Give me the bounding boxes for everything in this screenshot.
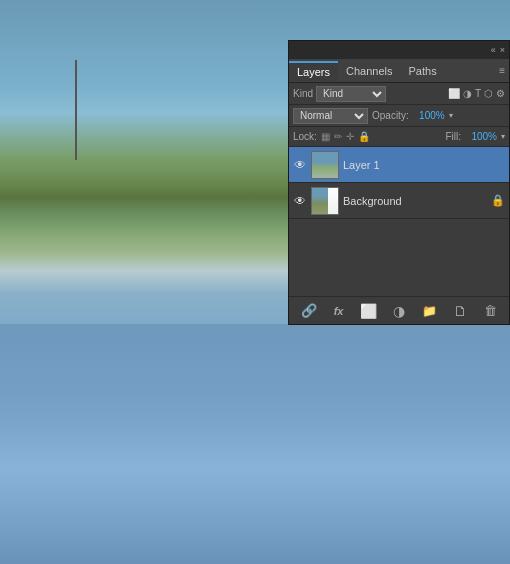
layer-name: Layer 1 [343,159,505,171]
add-mask-button[interactable]: ⬜ [357,301,380,321]
fill-value[interactable]: 100% [465,131,497,142]
opacity-value[interactable]: 100% [413,110,445,121]
blend-row: Normal Dissolve Multiply Screen Opacity:… [289,105,509,127]
filter-label: Kind [293,88,313,99]
layer-item[interactable]: 👁 Layer 1 [289,147,509,183]
opacity-arrow[interactable]: ▾ [449,111,453,120]
tab-layers[interactable]: Layers [289,61,338,81]
shape-filter-icon[interactable]: ⬡ [484,88,493,99]
layer-item[interactable]: 👁 Background 🔒 [289,183,509,219]
tab-channels[interactable]: Channels [338,62,400,80]
fill-label: Fill: [445,131,461,142]
collapse-icon[interactable]: « [491,45,496,55]
type-filter-icon[interactable]: T [475,88,481,99]
layer-lock-icon: 🔒 [491,194,505,207]
fill-arrow[interactable]: ▾ [501,132,505,141]
filter-row: Kind Kind ⬜ ◑ T ⬡ ⚙ [289,83,509,105]
group-layers-button[interactable]: 📁 [419,302,440,320]
tab-paths[interactable]: Paths [401,62,445,80]
panel-toolbar: 🔗 fx ⬜ ◑ 📁 🗋 🗑 [289,296,509,324]
opacity-label: Opacity: [372,110,409,121]
layer-name: Background [343,195,487,207]
filter-select[interactable]: Kind [316,86,386,102]
lock-position-icon[interactable]: ✛ [346,131,354,142]
smart-filter-icon[interactable]: ⚙ [496,88,505,99]
panel-menu-icon[interactable]: ≡ [499,65,505,76]
layers-list: 👁 Layer 1 👁 Background 🔒 [289,147,509,296]
blend-mode-select[interactable]: Normal Dissolve Multiply Screen [293,108,368,124]
adjustment-filter-icon[interactable]: ◑ [463,88,472,99]
new-layer-button[interactable]: 🗋 [450,301,470,321]
lock-pixels-icon[interactable]: ✏ [334,131,342,142]
add-style-button[interactable]: fx [331,303,347,319]
tabs-row: Layers Channels Paths ≡ [289,59,509,83]
layers-panel: « × Layers Channels Paths ≡ Kind Kind ⬜ … [288,40,510,325]
panel-topbar: « × [289,41,509,59]
link-layers-button[interactable]: 🔗 [298,301,320,320]
lock-all-icon[interactable]: 🔒 [358,131,370,142]
water-reflection [0,324,510,564]
panel-options-icon[interactable]: × [500,45,505,55]
layer-visibility-icon[interactable]: 👁 [293,158,307,172]
telephone-pole [75,60,77,160]
delete-layer-button[interactable]: 🗑 [481,301,500,320]
add-adjustment-button[interactable]: ◑ [390,301,408,321]
lock-row: Lock: ▦ ✏ ✛ 🔒 Fill: 100% ▾ [289,127,509,147]
lock-label: Lock: [293,131,317,142]
pixel-filter-icon[interactable]: ⬜ [448,88,460,99]
layer-thumbnail [311,187,339,215]
layer-visibility-icon[interactable]: 👁 [293,194,307,208]
lock-transparent-icon[interactable]: ▦ [321,131,330,142]
lock-icons: ▦ ✏ ✛ 🔒 [321,131,370,142]
layer-thumbnail [311,151,339,179]
filter-icons: ⬜ ◑ T ⬡ ⚙ [448,88,505,99]
